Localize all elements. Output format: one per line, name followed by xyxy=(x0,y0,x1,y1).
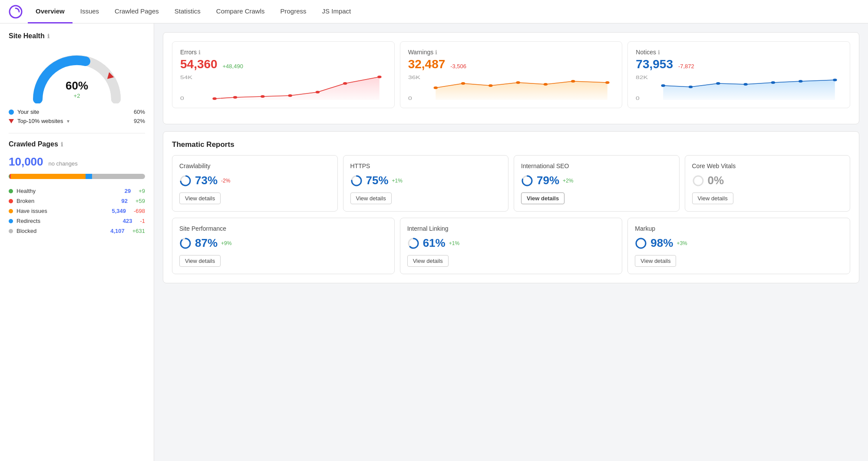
blocked-dot xyxy=(9,229,13,233)
svg-point-9 xyxy=(316,91,320,93)
svg-text:0: 0 xyxy=(636,96,640,101)
notices-value: 73,953 xyxy=(636,57,673,71)
svg-point-30 xyxy=(799,80,802,83)
stat-redirects: Redirects 423 -1 xyxy=(9,216,145,226)
warnings-info-icon[interactable]: ℹ xyxy=(435,49,437,56)
markup-donut xyxy=(635,237,647,249)
svg-text:36K: 36K xyxy=(408,75,420,80)
errors-delta: +48,490 xyxy=(223,63,243,70)
svg-point-44 xyxy=(636,239,646,248)
svg-point-11 xyxy=(377,76,381,78)
svg-point-8 xyxy=(288,94,292,97)
svg-point-28 xyxy=(744,83,748,86)
svg-text:0: 0 xyxy=(408,96,412,101)
your-site-dot xyxy=(9,109,14,115)
svg-point-18 xyxy=(516,81,520,84)
nav-statistics[interactable]: Statistics xyxy=(167,0,208,23)
nav-crawled-pages[interactable]: Crawled Pages xyxy=(107,0,167,23)
crawlability-donut xyxy=(179,175,191,187)
internal-linking-donut xyxy=(407,237,419,249)
top10-chevron[interactable]: ▾ xyxy=(67,118,69,124)
thematic-reports-section: Thematic Reports Crawlability 73% -2% Vi… xyxy=(163,131,859,283)
healthy-dot xyxy=(9,189,13,193)
nav-js-impact[interactable]: JS Impact xyxy=(314,0,359,23)
errors-label: Errors ℹ xyxy=(180,49,386,56)
crawled-count: 10,000 xyxy=(9,155,43,168)
errors-value: 54,360 xyxy=(180,57,218,71)
nav-overview[interactable]: Overview xyxy=(28,0,73,23)
svg-point-25 xyxy=(661,84,665,87)
report-internal-linking: Internal Linking 61% +1% View details xyxy=(400,218,623,274)
svg-marker-4 xyxy=(215,77,380,100)
svg-text:0: 0 xyxy=(180,96,184,101)
errors-card: Errors ℹ 54,360 +48,490 xyxy=(172,41,395,108)
reports-grid-row2: Site Performance 87% +9% View details In… xyxy=(172,218,850,274)
legend-top10: Top-10% websites ▾ 92% xyxy=(9,118,145,124)
logo xyxy=(7,3,24,20)
pb-blocked xyxy=(92,174,145,179)
nav-compare-crawls[interactable]: Compare Crawls xyxy=(208,0,273,23)
svg-point-19 xyxy=(543,83,547,86)
site-perf-view-btn[interactable]: View details xyxy=(179,255,221,267)
markup-view-btn[interactable]: View details xyxy=(635,255,676,267)
svg-point-27 xyxy=(716,82,720,85)
crawled-pages-info-icon[interactable]: ℹ xyxy=(61,141,63,148)
svg-text:54K: 54K xyxy=(180,75,192,80)
internal-linking-view-btn[interactable]: View details xyxy=(407,255,449,267)
https-view-btn[interactable]: View details xyxy=(350,192,392,204)
svg-point-15 xyxy=(433,86,437,89)
notices-info-icon[interactable]: ℹ xyxy=(658,49,660,56)
warnings-label: Warnings ℹ xyxy=(408,49,614,56)
svg-point-6 xyxy=(233,96,237,99)
stat-healthy: Healthy 29 +9 xyxy=(9,186,145,196)
svg-point-10 xyxy=(343,82,347,85)
gauge-container: 60% +2 xyxy=(9,47,145,103)
crawled-label: no changes xyxy=(48,160,77,167)
svg-point-26 xyxy=(689,86,693,88)
crawled-pages-title: Crawled Pages ℹ xyxy=(9,140,145,148)
nav-progress[interactable]: Progress xyxy=(273,0,314,23)
nav-issues[interactable]: Issues xyxy=(73,0,107,23)
site-health-info-icon[interactable]: ℹ xyxy=(47,33,50,40)
main-layout: Site Health ℹ 60% +2 xyxy=(0,23,868,461)
https-donut xyxy=(350,175,363,187)
svg-point-40 xyxy=(181,239,190,248)
svg-point-7 xyxy=(261,95,264,98)
intl-seo-view-btn[interactable]: View details xyxy=(521,192,564,204)
report-markup: Markup 98% +3% View details xyxy=(627,218,850,274)
intl-seo-donut xyxy=(521,175,533,187)
pb-issues xyxy=(11,174,86,179)
report-crawlability: Crawlability 73% -2% View details xyxy=(172,155,338,212)
site-health-section: Site Health ℹ 60% +2 xyxy=(9,32,145,124)
pb-redirects xyxy=(86,174,92,179)
gauge-percentage: 60% +2 xyxy=(66,79,88,99)
crawled-progress-bar xyxy=(9,174,145,179)
crawled-pages-section: Crawled Pages ℹ 10,000 no changes Health… xyxy=(9,140,145,236)
errors-chart: 54K 0 xyxy=(180,75,386,101)
thematic-reports-title: Thematic Reports xyxy=(172,140,850,149)
top10-triangle xyxy=(9,119,14,123)
svg-marker-24 xyxy=(663,80,835,100)
report-international-seo: International SEO 79% +2% View details xyxy=(514,155,680,212)
crawlability-view-btn[interactable]: View details xyxy=(179,192,221,204)
warnings-value: 32,487 xyxy=(408,57,446,71)
cwv-donut xyxy=(692,175,704,187)
sidebar: Site Health ℹ 60% +2 xyxy=(0,23,154,461)
main-nav: Overview Issues Crawled Pages Statistics… xyxy=(0,0,868,23)
legend-your-site: Your site 60% xyxy=(9,109,145,115)
notices-card: Notices ℹ 73,953 -7,872 xyxy=(627,41,850,108)
main-content: Errors ℹ 54,360 +48,490 xyxy=(154,23,868,461)
warnings-card: Warnings ℹ 32,487 -3,506 xyxy=(400,41,623,108)
svg-point-38 xyxy=(693,176,703,186)
svg-point-20 xyxy=(571,80,575,83)
svg-point-5 xyxy=(212,97,216,100)
notices-delta: -7,872 xyxy=(678,63,694,70)
stat-have-issues: Have issues 5,349 -698 xyxy=(9,206,145,216)
stat-broken: Broken 92 +59 xyxy=(9,196,145,206)
redirects-dot xyxy=(9,219,13,223)
report-https: HTTPS 75% +1% View details xyxy=(343,155,509,212)
cwv-view-btn[interactable]: View details xyxy=(692,192,733,204)
gauge-legend: Your site 60% Top-10% websites ▾ 92% xyxy=(9,109,145,124)
warnings-delta: -3,506 xyxy=(450,63,466,70)
errors-info-icon[interactable]: ℹ xyxy=(198,49,201,56)
